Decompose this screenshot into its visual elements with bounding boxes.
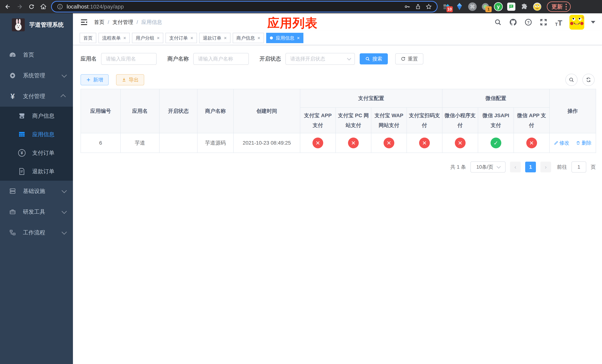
refresh-button[interactable] — [582, 74, 595, 86]
page-size-select[interactable]: 10条/页 — [470, 161, 505, 172]
forward-icon[interactable] — [14, 1, 25, 12]
user-avatar[interactable] — [570, 15, 584, 30]
cell-wechat-jsapi — [478, 133, 514, 153]
payment-submenu: 商户信息 应用信息 ¥ 支付订单 — [0, 107, 73, 181]
delete-link[interactable]: 删除 — [576, 139, 591, 146]
tag-tab-home[interactable]: 首页 — [80, 33, 96, 43]
tag-tab-app-info[interactable]: 应用信息 — [266, 33, 303, 43]
sidebar-item-refund-order[interactable]: 退款订单 — [0, 162, 73, 181]
tag-tab-refund-order[interactable]: 退款订单 — [199, 33, 230, 43]
cell-actions: 修改 删除 — [549, 133, 596, 153]
back-icon[interactable] — [3, 1, 13, 12]
tab-close-icon[interactable] — [224, 36, 227, 40]
browser-update-button[interactable]: 更新 — [547, 1, 571, 12]
sidebar-item-dev-tools[interactable]: 研发工具 — [0, 202, 73, 222]
sidebar-item-system[interactable]: 系统管理 — [0, 65, 73, 86]
sidebar-item-home[interactable]: 首页 — [0, 44, 73, 65]
home-icon[interactable] — [38, 1, 49, 12]
reset-button[interactable]: 重置 — [395, 53, 423, 64]
sidebar-item-workflow[interactable]: 工作流程 — [0, 222, 73, 243]
col-app-id: 应用编号 — [81, 89, 120, 133]
sidebar-item-merchant-info[interactable]: 商户信息 — [0, 107, 73, 125]
github-icon[interactable] — [509, 18, 517, 27]
cell-alipay-pc — [336, 133, 371, 153]
extension-badge: 1 — [485, 6, 492, 12]
sidebar-item-pay-order[interactable]: ¥ 支付订单 — [0, 144, 73, 162]
cell-app-name: 芋道 — [120, 133, 159, 153]
next-page-button[interactable]: › — [540, 162, 551, 172]
tag-tab-pay-order[interactable]: 支付订单 — [165, 33, 197, 43]
tag-tab-merchant-info[interactable]: 商户信息 — [233, 33, 264, 43]
fullscreen-icon[interactable] — [539, 18, 548, 27]
extensions-puzzle-icon[interactable] — [520, 2, 529, 11]
share-icon[interactable] — [414, 3, 422, 11]
browser-menu-icon[interactable] — [566, 4, 567, 10]
yen-icon: ¥ — [9, 93, 17, 100]
extension-badge: 10 — [447, 6, 453, 12]
col-alipay-app: 支付宝 APP 支付 — [300, 107, 336, 133]
search-icon[interactable] — [494, 18, 502, 27]
toggle-search-button[interactable] — [565, 74, 578, 86]
address-bar[interactable]: localhost:1024/pay/app — [52, 2, 437, 12]
extensions-row: 10 ⌘ 1 y — [440, 2, 544, 11]
extension-diamond-icon[interactable]: 10 — [442, 2, 451, 11]
col-alipay-qr: 支付宝扫码支付 — [407, 107, 442, 133]
col-wechat-jsapi: 微信 JSAPI 支付 — [478, 107, 514, 133]
tab-close-icon[interactable] — [297, 36, 300, 40]
breadcrumb-separator: / — [137, 19, 138, 25]
tab-close-icon[interactable] — [123, 36, 126, 40]
bookmark-star-icon[interactable] — [425, 3, 433, 11]
collapse-sidebar-icon[interactable] — [80, 18, 88, 27]
tab-close-icon[interactable] — [190, 36, 193, 40]
font-size-icon[interactable]: TT — [554, 18, 563, 27]
cell-alipay-app — [300, 133, 336, 153]
cell-wechat-mini — [442, 133, 478, 153]
sidebar-item-app-info[interactable]: 应用信息 — [0, 125, 73, 144]
table-row: 6 芋道 芋道源码 2021-10-23 08:49:25 — [81, 133, 596, 153]
col-wechat-mini: 微信小程序支付 — [442, 107, 478, 133]
sidebar-item-infrastructure[interactable]: 基础设施 — [0, 181, 73, 202]
col-actions: 操作 — [549, 89, 596, 133]
group-alipay-config: 支付宝配置 — [300, 89, 442, 107]
col-status: 开启状态 — [159, 89, 197, 133]
logo-row[interactable]: 芋道管理系统 — [0, 13, 73, 36]
goto-page-input[interactable] — [571, 161, 586, 172]
app-shell: 芋道管理系统 首页 系统管理 ¥ — [0, 13, 602, 364]
merchant-name-input[interactable] — [193, 53, 249, 65]
add-button[interactable]: 新增 — [81, 74, 109, 85]
export-button[interactable]: 导出 — [116, 74, 144, 85]
extension-y-icon[interactable]: y — [494, 2, 503, 11]
status-select[interactable]: 请选择开启状态 — [285, 53, 355, 65]
profile-avatar-icon[interactable] — [533, 2, 542, 11]
tag-tab-user-group[interactable]: 用户分组 — [132, 33, 163, 43]
help-icon[interactable]: ? — [524, 18, 533, 27]
gear-icon — [9, 72, 17, 79]
prev-page-button[interactable]: ‹ — [510, 162, 521, 172]
avatar-dropdown-caret[interactable] — [591, 21, 595, 23]
top-navbar: 首页 / 支付管理 / 应用信息 ? — [73, 13, 602, 31]
extension-gem-icon[interactable] — [455, 2, 464, 11]
cell-alipay-wap — [371, 133, 407, 153]
search-button[interactable]: 搜索 — [360, 53, 388, 64]
app-table: 应用编号 应用名 开启状态 商户名称 创建时间 支付宝配置 微信配置 操作 支付… — [81, 89, 595, 153]
reload-icon[interactable] — [26, 1, 37, 12]
col-alipay-pc: 支付宝 PC 网站支付 — [336, 107, 371, 133]
tab-close-icon[interactable] — [157, 36, 160, 40]
current-page-button[interactable]: 1 — [525, 162, 536, 172]
sidebar-item-payment[interactable]: ¥ 支付管理 — [0, 86, 73, 107]
extension-chat-icon[interactable] — [507, 2, 516, 11]
breadcrumb-home[interactable]: 首页 — [94, 19, 104, 26]
extension-command-icon[interactable]: ⌘ — [468, 2, 477, 11]
app-name-input[interactable] — [101, 53, 157, 65]
dashboard-icon — [9, 51, 17, 59]
site-info-icon[interactable] — [56, 3, 64, 11]
breadcrumb-payment[interactable]: 支付管理 — [113, 19, 133, 26]
edit-link[interactable]: 修改 — [554, 139, 570, 146]
col-wechat-app: 微信 APP 支付 — [514, 107, 549, 133]
tab-close-icon[interactable] — [258, 36, 260, 40]
password-key-icon[interactable] — [403, 3, 411, 11]
workflow-icon — [9, 229, 17, 236]
extension-proxy-icon[interactable]: 1 — [481, 2, 490, 11]
tag-tab-process-form[interactable]: 流程表单 — [98, 33, 130, 43]
cell-app-id: 6 — [81, 133, 120, 153]
